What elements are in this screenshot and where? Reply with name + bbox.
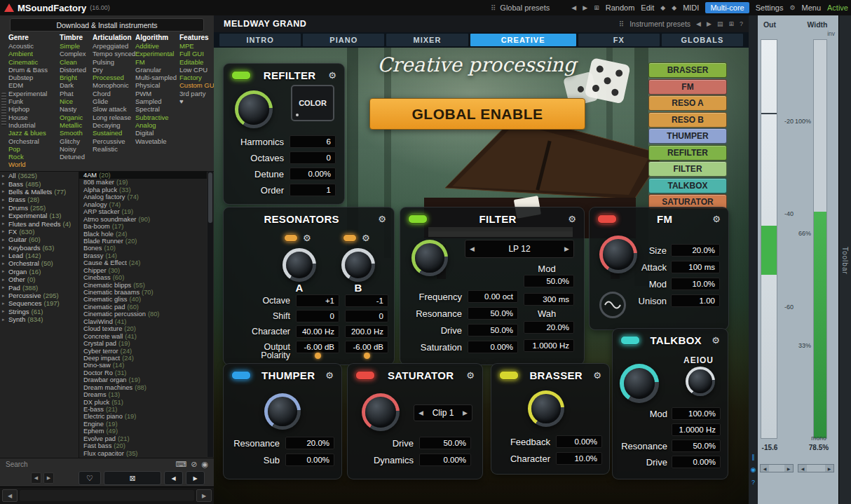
tree-expander-icon[interactable]: ▸: [2, 197, 8, 203]
param-value-b[interactable]: -1: [345, 294, 388, 307]
refilter-knob[interactable]: [235, 90, 273, 128]
tree-item[interactable]: ▸ Brass (28): [0, 196, 79, 203]
param-value-a[interactable]: 0: [296, 310, 339, 322]
tag-item[interactable]: Multi-sampled: [135, 74, 177, 81]
param-value[interactable]: 1.00: [671, 294, 720, 307]
tree-item[interactable]: ▸ Strings (61): [0, 308, 79, 315]
diamond2-icon[interactable]: ◆: [672, 4, 676, 11]
param-value[interactable]: 0.00%: [419, 454, 471, 466]
tag-item[interactable]: Hiphop: [8, 105, 57, 113]
tag-item[interactable]: Dry: [93, 66, 133, 74]
preset-list-item[interactable]: Cinematic percussion (80): [79, 311, 207, 318]
scroll-right-icon[interactable]: ▶: [784, 465, 793, 472]
preset-list-item[interactable]: Cause & Effect (24): [79, 259, 207, 266]
gear-icon[interactable]: ⚙: [378, 214, 386, 224]
scroll-left-button[interactable]: ◀: [2, 489, 18, 502]
preset-list-item[interactable]: Ba-boom (17): [79, 223, 207, 230]
filter-wah-value[interactable]: 20.0%: [524, 321, 574, 334]
sine-wave-icon[interactable]: [599, 292, 626, 318]
heart-icon[interactable]: ♥: [179, 97, 210, 105]
param-value[interactable]: 50.0%: [419, 437, 471, 449]
tag-item[interactable]: Acoustic: [8, 42, 57, 50]
multi-core-button[interactable]: Multi-core: [705, 2, 749, 13]
preset-list-item[interactable]: Cloud texture (20): [79, 325, 207, 332]
param-value-a[interactable]: 40.00 Hz: [296, 325, 339, 338]
preset-list-item[interactable]: Black hole (24): [79, 231, 207, 238]
preset-list-item[interactable]: Cinematic blipps (55): [79, 282, 207, 289]
tag-item[interactable]: Wavetable: [135, 137, 177, 145]
preset-list-item[interactable]: Drawbar organ (19): [79, 376, 207, 383]
gear-icon[interactable]: ⚙: [325, 370, 334, 381]
circle-slash-icon[interactable]: ⊘: [191, 460, 197, 469]
preset-list-item[interactable]: Electric piano (19): [79, 413, 207, 420]
gear-icon[interactable]: ⚙: [303, 233, 311, 243]
search-field-line[interactable]: [32, 464, 172, 465]
tree-item[interactable]: ▸ Drums (255): [0, 204, 79, 212]
tree-expander-icon[interactable]: ▸: [2, 189, 8, 194]
brasser-knob[interactable]: [528, 390, 564, 427]
tag-item[interactable]: Analog: [135, 121, 177, 129]
tag-item[interactable]: Tempo synced: [93, 50, 133, 57]
preset-list-item[interactable]: Cyber terror (24): [79, 348, 207, 355]
resonator-a-knob[interactable]: [282, 248, 316, 282]
tag-item[interactable]: Physical: [135, 81, 177, 89]
gear-icon[interactable]: ⚙: [568, 214, 576, 224]
tree-expander-icon[interactable]: ▸: [2, 261, 8, 266]
tag-item[interactable]: Full GUI: [179, 50, 210, 57]
tag-item[interactable]: Experimental: [8, 90, 57, 97]
preset-list-item[interactable]: Dreams (13): [79, 391, 207, 398]
tag-item[interactable]: Factory: [179, 74, 210, 81]
width-meter[interactable]: [813, 39, 827, 439]
thumper-enable-led[interactable]: [231, 371, 251, 380]
tag-item[interactable]: Decaying: [93, 121, 133, 129]
param-value[interactable]: 50.0%: [468, 324, 518, 336]
preset-list-item[interactable]: Ephem (49): [79, 428, 207, 435]
tag-item[interactable]: Experimental: [135, 50, 177, 57]
tag-item[interactable]: Rock: [8, 153, 57, 161]
tag-item[interactable]: Cinematic: [8, 58, 57, 66]
preset-list-item[interactable]: Dino-saw (14): [79, 362, 207, 369]
tag-item[interactable]: Orchestral: [8, 137, 57, 145]
prev-type-icon[interactable]: ◀: [470, 245, 475, 252]
download-install-button[interactable]: Download & Install instruments: [10, 18, 204, 32]
tag-item[interactable]: PWM: [135, 90, 177, 97]
tree-expander-icon[interactable]: ▸: [2, 293, 8, 299]
param-value[interactable]: 6: [290, 135, 336, 148]
active-toggle[interactable]: Active: [827, 4, 848, 12]
tag-item[interactable]: Spectral: [135, 105, 177, 113]
param-value[interactable]: 1: [290, 184, 336, 196]
refilter-enable-led[interactable]: [231, 71, 251, 80]
tag-item[interactable]: World: [8, 161, 57, 168]
panel-icon[interactable]: ▤: [717, 20, 723, 27]
tree-expander-icon[interactable]: ▸: [2, 245, 8, 250]
preset-list-item[interactable]: Bones (10): [79, 245, 207, 252]
polarity-b-dot[interactable]: [364, 353, 370, 359]
tag-item[interactable]: EDM: [8, 81, 57, 89]
scroll-track[interactable]: [769, 465, 784, 472]
resonator-b-knob[interactable]: [341, 248, 375, 282]
polarity-a-dot[interactable]: [315, 353, 321, 359]
scroll-right-button[interactable]: ▶: [196, 489, 212, 502]
module-select-button[interactable]: RESO A: [648, 95, 727, 111]
param-value[interactable]: 20.0%: [671, 244, 720, 257]
tree-expander-icon[interactable]: ▸: [2, 221, 8, 226]
tree-item[interactable]: ▸ Sequences (197): [0, 299, 79, 307]
tag-item[interactable]: Chord: [93, 90, 133, 97]
preset-list-item[interactable]: Cinematic gliss (40): [79, 296, 207, 303]
tree-item[interactable]: ▸ Pad (388): [0, 283, 79, 291]
preset-list-item[interactable]: ARP stacker (19): [79, 208, 207, 215]
tree-expander-icon[interactable]: ▸: [2, 277, 8, 282]
module-select-button[interactable]: REFILTER: [648, 145, 727, 161]
tab[interactable]: CREATIVE: [470, 34, 576, 46]
next-preset-button[interactable]: ▶: [186, 471, 205, 485]
preset-list-scrollbar[interactable]: [207, 171, 213, 457]
param-value[interactable]: 0.00 oct: [468, 290, 518, 303]
preset-list-item[interactable]: E-bass (21): [79, 406, 207, 413]
tag-item[interactable]: Smooth: [60, 129, 90, 137]
gear-icon[interactable]: ⚙: [593, 370, 601, 381]
resonator-b-led[interactable]: [343, 234, 357, 242]
param-value[interactable]: 50.0%: [468, 307, 518, 320]
preset-list-item[interactable]: Crystal pad (19): [79, 340, 207, 347]
tree-item[interactable]: ▸ Synth (834): [0, 315, 79, 323]
prev-preset-button[interactable]: ◀: [696, 20, 701, 27]
